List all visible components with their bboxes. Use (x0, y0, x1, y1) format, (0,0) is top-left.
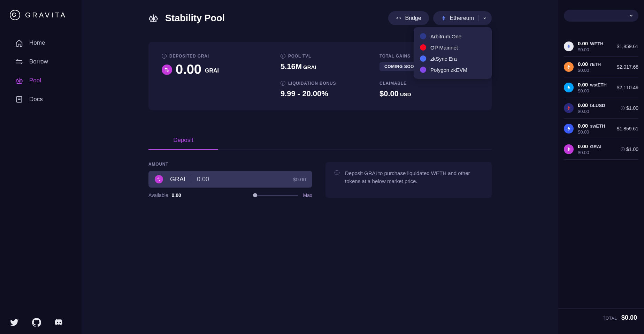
network-option[interactable]: zkSync Era (414, 53, 492, 64)
coin-icon (564, 144, 574, 154)
chevron-down-icon (629, 13, 634, 18)
nav-pool[interactable]: Pool (7, 72, 75, 89)
tab-deposit[interactable]: Deposit (148, 131, 218, 150)
home-icon (15, 39, 23, 47)
wallet-dropdown[interactable] (564, 10, 638, 22)
balance-symbol: wstETH (590, 82, 607, 88)
nav-home[interactable]: Home (7, 34, 75, 52)
scale-icon (15, 77, 23, 84)
info-icon[interactable]: i (162, 54, 167, 59)
brand-name: GRAVITA (25, 11, 67, 19)
brand-logo[interactable]: G GRAVITA (0, 10, 82, 34)
available-value: 0.00 (172, 192, 181, 198)
balance-list: 0.00WETH $0.00 $1,859.61 0.00rETH $0.00 … (558, 36, 644, 308)
network-option[interactable]: Polygon zkEVM (414, 64, 492, 75)
balance-amount: 0.00 (578, 61, 588, 67)
stat-deposited: iDEPOSITED GRAI 0.00 GRAI (162, 54, 281, 98)
available-label: Available (148, 192, 168, 198)
social-links (0, 318, 82, 327)
chevron-down-icon (483, 16, 487, 20)
github-icon[interactable] (32, 318, 41, 327)
balance-price: $1,859.61 (617, 126, 638, 131)
coin-icon (564, 103, 574, 113)
stat-tvl: iPOOL TVL 5.16MGRAI (281, 54, 380, 71)
balance-symbol: WETH (590, 41, 603, 46)
balance-price: $2,110.49 (617, 85, 638, 90)
network-selector[interactable]: Ethereum (433, 11, 492, 25)
network-icon (420, 55, 426, 62)
balance-usd: $0.00 (578, 47, 613, 52)
ethereum-icon (441, 15, 446, 21)
balance-usd: $0.00 (578, 109, 616, 114)
nav-borrow-label: Borrow (29, 58, 48, 65)
balance-amount: 0.00 (578, 123, 588, 129)
info-icon[interactable]: i (621, 147, 625, 151)
balance-item: 0.00WETH $0.00 $1,859.61 (564, 36, 638, 57)
balance-usd: $0.00 (578, 88, 613, 93)
info-icon[interactable]: i (621, 106, 625, 110)
nav: Home Borrow Pool Docs (0, 34, 82, 108)
amount-usd: $0.00 (293, 176, 306, 182)
deposited-unit: GRAI (205, 68, 219, 74)
balance-symbol: swETH (590, 123, 605, 129)
amount-label: AMOUNT (148, 162, 312, 167)
amount-slider[interactable] (253, 195, 298, 196)
book-icon (15, 96, 23, 103)
tvl-value: 5.16M (281, 62, 302, 71)
network-icon (420, 67, 426, 73)
liq-value: 9.99 - 20.00% (281, 89, 380, 98)
nav-docs[interactable]: Docs (7, 91, 75, 108)
discord-icon[interactable] (54, 318, 63, 327)
bridge-button[interactable]: Bridge (388, 11, 429, 25)
balance-price: i$1.00 (621, 105, 638, 111)
deposited-value: 0.00 (176, 62, 201, 77)
coin-icon (564, 124, 574, 134)
balance-panel: 0.00WETH $0.00 $1,859.61 0.00rETH $0.00 … (558, 0, 644, 334)
amount-input-row: GRAI $0.00 (148, 171, 312, 188)
coin-icon (564, 83, 574, 92)
stat-claimable: CLAIMABLE $0.00USD (380, 81, 478, 98)
network-option-label: Polygon zkEVM (430, 67, 467, 73)
balance-amount: 0.00 (578, 40, 588, 46)
balance-item: 0.00swETH $0.00 $1,859.61 (564, 119, 638, 139)
network-option[interactable]: Arbitrum One (414, 31, 492, 42)
page-title: Stability Pool (165, 13, 225, 24)
claim-value: $0.00 (380, 89, 399, 98)
balance-amount: 0.00 (578, 143, 588, 149)
balance-symbol: rETH (590, 62, 601, 67)
network-option-label: OP Mainnet (430, 45, 458, 51)
network-label: Ethereum (450, 15, 474, 21)
balance-item: 0.00wstETH $0.00 $2,110.49 (564, 77, 638, 98)
network-option-label: zkSync Era (430, 56, 457, 62)
separator (478, 15, 478, 21)
notice-text: Deposit GRAI to purchase liquidated WETH… (345, 169, 483, 185)
token-symbol: GRAI (170, 176, 185, 183)
info-icon[interactable]: i (281, 54, 285, 59)
stat-liquidation-bonus: iLIQUIDATION BONUS 9.99 - 20.00% (281, 81, 380, 98)
info-icon[interactable]: i (281, 81, 285, 86)
total-row: TOTAL $0.00 (558, 308, 644, 327)
balance-price: $1,859.61 (617, 44, 638, 49)
max-button[interactable]: Max (303, 192, 312, 198)
grai-coin-icon (162, 64, 172, 75)
balance-item: 0.00rETH $0.00 $2,017.68 (564, 57, 638, 77)
twitter-icon[interactable] (10, 318, 19, 327)
network-dropdown: Arbitrum OneOP MainnetzkSync EraPolygon … (414, 27, 492, 79)
info-icon: i (335, 170, 339, 175)
balance-amount: 0.00 (578, 102, 588, 108)
bridge-icon (396, 15, 401, 21)
balance-usd: $0.00 (578, 129, 613, 135)
tabs: Deposit (148, 131, 492, 150)
amount-input[interactable] (192, 176, 293, 183)
scale-icon (148, 13, 158, 23)
network-option[interactable]: OP Mainnet (414, 42, 492, 53)
network-option-label: Arbitrum One (430, 33, 461, 39)
balance-item: 0.00bLUSD $0.00 i$1.00 (564, 98, 638, 119)
balance-price: i$1.00 (621, 146, 638, 152)
page-header: Stability Pool Bridge Ethereum Arbitrum … (148, 11, 492, 25)
balance-symbol: bLUSD (590, 103, 605, 108)
balance-item: 0.00GRAI $0.00 i$1.00 (564, 139, 638, 160)
network-icon (420, 33, 426, 39)
balance-usd: $0.00 (578, 150, 616, 155)
nav-borrow[interactable]: Borrow (7, 53, 75, 70)
